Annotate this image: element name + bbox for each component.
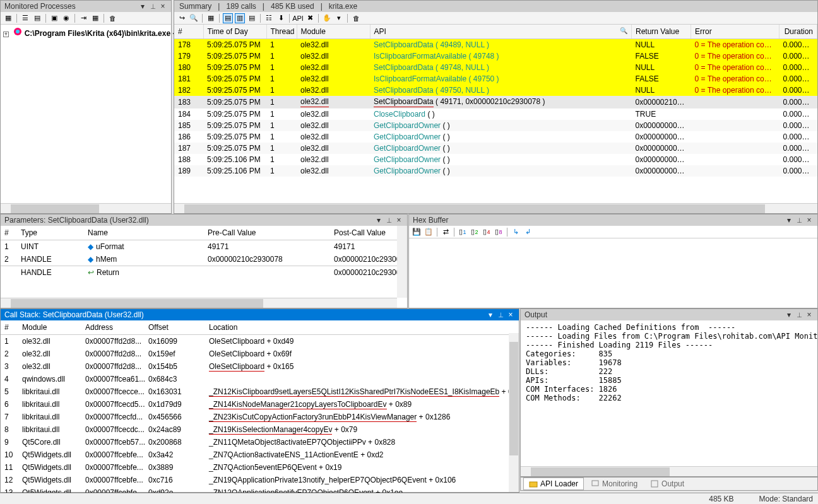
- toolbar-icon[interactable]: ☰: [20, 13, 30, 23]
- compare-icon[interactable]: ⇄: [441, 227, 451, 237]
- filter-icon[interactable]: ▤: [223, 13, 233, 23]
- toolbar-icon[interactable]: ▣: [49, 13, 59, 23]
- toolbar-icon[interactable]: ▦: [3, 13, 13, 23]
- col-num[interactable]: #: [1, 226, 17, 240]
- table-row[interactable]: 9Qt5Core.dll0x00007ffceb57...0x200868_ZN…: [1, 436, 519, 448]
- scroll-thumb[interactable]: [11, 204, 99, 213]
- col-api[interactable]: API🔍: [370, 25, 632, 39]
- tab-output[interactable]: Output: [644, 478, 690, 490]
- col-module[interactable]: Module: [18, 320, 81, 335]
- col-offset[interactable]: Offset: [145, 320, 205, 335]
- close-icon[interactable]: ×: [805, 310, 814, 319]
- table-row[interactable]: 2HANDLE◆hMem0x00000210c29300780x00000210…: [1, 253, 407, 266]
- toolbar-icon[interactable]: ⇥: [78, 13, 88, 23]
- toolbar-target-icon[interactable]: ◉: [61, 13, 71, 23]
- export-icon[interactable]: ⬇: [276, 13, 286, 23]
- col-error[interactable]: Error: [691, 25, 779, 39]
- pin-icon[interactable]: ⟂: [384, 216, 393, 225]
- endian-icon[interactable]: ↲: [523, 227, 533, 237]
- dropdown-icon[interactable]: ▾: [138, 2, 147, 11]
- copy-icon[interactable]: 📋: [424, 227, 434, 237]
- tab-api-loader[interactable]: API Loader: [523, 478, 584, 490]
- filter-icon[interactable]: ▥: [235, 13, 245, 23]
- table-row[interactable]: 1UINT◆uFormat4917149171: [1, 240, 407, 254]
- close-icon[interactable]: ×: [805, 216, 814, 225]
- scroll-thumb[interactable]: [11, 299, 263, 308]
- col-time[interactable]: Time of Day: [203, 25, 266, 39]
- endian-icon[interactable]: ↳: [511, 227, 521, 237]
- table-row[interactable]: 3ole32.dll0x00007ffd2d8...0x154b5OleSetC…: [1, 360, 519, 373]
- search-icon[interactable]: 🔍: [620, 27, 627, 34]
- col-num[interactable]: #: [174, 25, 203, 39]
- table-row[interactable]: 1865:09:25.075 PM1ole32.dllGetClipboardO…: [174, 131, 817, 143]
- calls-table[interactable]: # Time of Day Thread Module API🔍 Return …: [174, 25, 817, 177]
- col-thread[interactable]: Thread: [266, 25, 297, 39]
- pin-icon[interactable]: ⟂: [496, 310, 505, 319]
- col-post[interactable]: Post-Call Value: [330, 226, 407, 240]
- view-grid-icon[interactable]: ▦: [206, 13, 216, 23]
- scrollbar-horizontal[interactable]: [521, 466, 817, 476]
- stack-table[interactable]: # Module Address Offset Location 1ole32.…: [1, 320, 519, 499]
- table-row[interactable]: 1ole32.dll0x00007ffd2d8...0x16099OleSetC…: [1, 335, 519, 348]
- table-row[interactable]: 1885:09:25.106 PM1ole32.dllGetClipboardO…: [174, 154, 817, 165]
- table-row[interactable]: HANDLE↩Return0x00000210c293007: [1, 266, 407, 279]
- scrollbar-horizontal[interactable]: [1, 203, 171, 213]
- col-return[interactable]: Return Value: [632, 25, 691, 39]
- col-address[interactable]: Address: [81, 320, 145, 335]
- table-row[interactable]: 1825:09:25.075 PM1ole32.dllSetClipboardD…: [174, 85, 817, 96]
- byte-4-icon[interactable]: ▯4: [482, 227, 492, 237]
- table-row[interactable]: 1795:09:25.075 PM1ole32.dllIsClipboardFo…: [174, 50, 817, 62]
- byte-1-icon[interactable]: ▯1: [458, 227, 468, 237]
- dropdown-icon[interactable]: ▾: [785, 216, 793, 225]
- table-row[interactable]: 1855:09:25.075 PM1ole32.dllGetClipboardO…: [174, 120, 817, 131]
- toolbar-icon[interactable]: ▦: [90, 13, 100, 23]
- trash-icon[interactable]: 🗑: [107, 13, 117, 23]
- chevron-down-icon[interactable]: ▾: [334, 13, 344, 23]
- close-icon[interactable]: ×: [506, 310, 515, 319]
- col-location[interactable]: Location: [205, 320, 519, 335]
- dropdown-icon[interactable]: ▾: [374, 216, 383, 225]
- table-row[interactable]: 11Qt5Widgets.dll0x00007ffcebfe...0x3889_…: [1, 461, 519, 474]
- col-module[interactable]: Module: [297, 25, 370, 39]
- params-table[interactable]: # Type Name Pre-Call Value Post-Call Val…: [1, 226, 407, 279]
- pin-icon[interactable]: ⟂: [148, 2, 157, 11]
- table-row[interactable]: 4qwindows.dll0x00007ffcea61...0x684c3: [1, 373, 519, 385]
- api-icon[interactable]: API: [293, 13, 303, 23]
- table-row[interactable]: 12Qt5Widgets.dll0x00007ffcebfe...0xc716_…: [1, 474, 519, 486]
- scrollbar-horizontal[interactable]: [174, 203, 817, 213]
- table-row[interactable]: 1875:09:25.075 PM1ole32.dllGetClipboardO…: [174, 143, 817, 154]
- table-row[interactable]: 10Qt5Widgets.dll0x00007ffcebfe...0x3a42_…: [1, 448, 519, 461]
- process-path[interactable]: C:\Program Files\Krita (x64)\bin\krita.e…: [25, 29, 175, 38]
- table-row[interactable]: 1805:09:25.075 PM1ole32.dllSetClipboardD…: [174, 62, 817, 73]
- col-pre[interactable]: Pre-Call Value: [204, 226, 330, 240]
- expand-icon[interactable]: +: [3, 32, 9, 37]
- table-row[interactable]: 7libkritaui.dll0x00007ffcecfd...0x456566…: [1, 411, 519, 423]
- pin-icon[interactable]: ⟂: [795, 310, 803, 319]
- close-icon[interactable]: ×: [158, 2, 167, 11]
- dropdown-icon[interactable]: ▾: [486, 310, 495, 319]
- pin-icon[interactable]: ⟂: [795, 216, 803, 225]
- table-row[interactable]: 6libkritaui.dll0x00007ffcecd5...0x1d79d9…: [1, 398, 519, 411]
- table-row[interactable]: 1835:09:25.075 PM1ole32.dllSetClipboardD…: [174, 96, 817, 108]
- trash-icon[interactable]: 🗑: [351, 13, 361, 23]
- close-icon[interactable]: ×: [394, 216, 403, 225]
- scroll-thumb[interactable]: [184, 204, 765, 213]
- tab-monitoring[interactable]: Monitoring: [585, 478, 643, 490]
- table-row[interactable]: 1845:09:25.075 PM1ole32.dllCloseClipboar…: [174, 108, 817, 120]
- columns-icon[interactable]: ☷: [264, 13, 274, 23]
- dropdown-icon[interactable]: ▾: [785, 310, 793, 319]
- col-num[interactable]: #: [1, 320, 18, 335]
- find-icon[interactable]: 🔍: [189, 13, 199, 23]
- table-row[interactable]: 5libkritaui.dll0x00007ffcecce...0x163031…: [1, 385, 519, 398]
- filter-icon[interactable]: ▤: [247, 13, 257, 23]
- hand-icon[interactable]: ✋: [322, 13, 332, 23]
- table-row[interactable]: 8libkritaui.dll0x00007ffcecdc...0x24ac89…: [1, 423, 519, 436]
- col-duration[interactable]: Duration: [779, 25, 817, 39]
- delete-icon[interactable]: ✖: [305, 13, 315, 23]
- save-icon[interactable]: 💾: [412, 227, 422, 237]
- table-row[interactable]: 1895:09:25.106 PM1ole32.dllGetClipboardO…: [174, 165, 817, 177]
- table-row[interactable]: 2ole32.dll0x00007ffd2d8...0x159efOleSetC…: [1, 348, 519, 360]
- byte-2-icon[interactable]: ▯2: [470, 227, 480, 237]
- toolbar-icon[interactable]: ▤: [32, 13, 42, 23]
- col-name[interactable]: Name: [84, 226, 204, 240]
